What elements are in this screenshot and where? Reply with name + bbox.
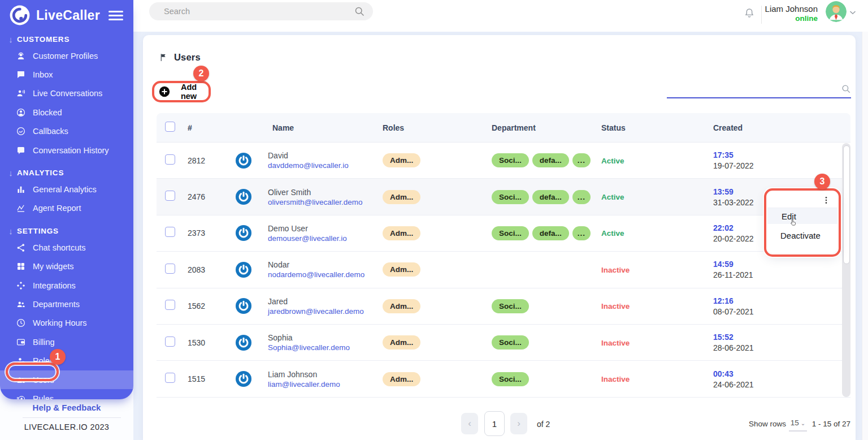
arrow-down-icon: ↓ [5,226,17,236]
department-badge: defa... [532,226,569,240]
user-id: 1530 [188,338,236,347]
sidebar-panel: LiveCaller ↓ CUSTOMERS Customer Profiles… [0,0,133,399]
user-email-link[interactable]: jaredbrown@livecaller.demo [268,307,364,316]
prev-page-button[interactable]: ‹ [461,413,478,434]
user-email-link[interactable]: liam@livecaller.demo [268,380,340,389]
users-table: # Name Roles Department Status Created 2… [157,113,850,398]
table-search[interactable] [667,80,851,98]
row-checkbox[interactable] [165,227,175,237]
created-time: 12:16 [713,296,821,305]
sidebar-item-customer-profiles[interactable]: Customer Profiles [0,46,133,65]
col-name: Name [236,123,383,132]
help-feedback-link[interactable]: Help & Feedback [33,403,101,412]
table-header: # Name Roles Department Status Created [157,113,850,143]
user-name: Liam Johnson [750,4,818,14]
select-all-checkbox[interactable] [165,122,175,132]
user-name: Jared [268,297,364,306]
eye-icon [16,394,26,399]
rows-per-page-select[interactable]: 15⌄ [789,419,807,432]
user-name: Sophia [268,333,350,342]
row-checkbox[interactable] [165,264,175,274]
hamburger-menu-icon[interactable] [108,11,123,20]
table-row: 1562 Jared jaredbrown@livecaller.demo Ad… [157,288,850,325]
status-badge: Inactive [601,375,630,383]
table-row: 2083 Nodar nodardemo@livecaller.demo Adm… [157,252,850,288]
person-headset-icon [16,51,26,61]
sidebar-item-general-analytics[interactable]: General Analytics [0,180,133,199]
sidebar-item-blocked[interactable]: Blocked [0,103,133,122]
sidebar-item-departments[interactable]: Departments [0,295,133,313]
department-badge: defa... [532,190,569,204]
annotation-step3-badge: 3 [814,174,830,189]
search-icon [354,6,365,17]
table-row: 2476 Oliver Smith oliversmith@livecaller… [157,179,850,215]
wallet-icon [16,337,26,347]
section-analytics[interactable]: ↓ ANALYTICS [0,165,133,180]
created-time: 15:52 [713,333,821,342]
line-chart-icon [16,203,26,213]
current-page[interactable]: 1 [484,411,505,436]
clock-icon [16,318,26,328]
user-email-link[interactable]: Sophia@livecaller.demo [268,343,350,352]
role-badge: Adm... [383,262,420,277]
user-avatar-icon [236,335,251,351]
global-search[interactable] [149,2,373,20]
user-id: 2812 [188,156,236,165]
department-overflow-badge[interactable]: ... [572,153,591,167]
person-wave-icon [16,88,26,98]
chat-square-icon [16,145,26,156]
next-page-button[interactable]: › [510,413,527,434]
user-email-link[interactable]: nodardemo@livecaller.demo [268,270,364,279]
user-name: Liam Johnson [268,370,340,379]
sidebar-item-callbacks[interactable]: Callbacks [0,122,133,141]
row-checkbox[interactable] [165,191,175,201]
user-email-link[interactable]: davddemo@livecaller.io [268,161,349,170]
chevron-down-icon[interactable] [848,7,858,18]
department-overflow-badge[interactable]: ... [572,226,591,240]
avatar[interactable] [826,1,847,22]
status-badge: Active [601,157,624,165]
annotation-ring-step3 [764,188,841,257]
page-title: Users [174,52,201,63]
sidebar-item-agent-report[interactable]: Agent Report [0,199,133,218]
user-id: 2476 [188,192,236,201]
share-icon [16,243,26,253]
department-overflow-badge[interactable]: ... [572,190,591,204]
section-customers[interactable]: ↓ CUSTOMERS [0,32,133,46]
table-search-input[interactable] [667,84,841,94]
role-badge: Adm... [383,153,420,167]
callback-icon [16,126,26,136]
user-avatar-icon [236,371,251,387]
row-checkbox[interactable] [165,300,175,310]
department-badge: Soci... [492,299,529,313]
row-checkbox[interactable] [165,154,175,165]
status-badge: Active [601,193,624,201]
range-label: 1 - 15 of 27 [812,420,850,428]
global-search-input[interactable] [163,6,354,16]
table-scrollbar-track[interactable] [842,143,850,397]
sidebar-item-conversation-history[interactable]: Conversation History [0,141,133,159]
section-settings[interactable]: ↓ SETTINGS [0,223,133,238]
table-scrollbar-thumb[interactable] [843,145,850,264]
created-time: 17:35 [713,150,821,159]
topbar: Liam Johnson online [133,0,868,32]
user-id: 2373 [188,228,236,238]
sidebar-item-working-hours[interactable]: Working Hours [0,314,133,333]
blocked-person-icon [16,107,26,118]
row-checkbox[interactable] [165,337,175,347]
user-email-link[interactable]: demouser@livecaller.io [268,234,347,243]
sidebar-item-chat-shortcuts[interactable]: Chat shortcuts [0,238,133,257]
sidebar-item-billing[interactable]: Billing [0,333,133,351]
row-checkbox[interactable] [165,373,175,383]
user-email-link[interactable]: oliversmith@livecaller.demo [268,198,363,206]
user-name: Demo User [268,224,347,233]
sidebar-item-inbox[interactable]: Inbox [0,65,133,84]
sidebar-item-live-conversations[interactable]: Live Conversations [0,84,133,103]
annotation-step2-badge: 2 [193,66,209,81]
chevron-down-icon: ⌄ [801,420,805,426]
sidebar-item-rules[interactable]: Rules [0,389,133,399]
created-date: 24-06-2021 [713,380,821,389]
sidebar-item-my-widgets[interactable]: My widgets [0,257,133,276]
browser-scrollbar[interactable] [862,32,868,440]
sidebar-item-integrations[interactable]: Integrations [0,276,133,295]
